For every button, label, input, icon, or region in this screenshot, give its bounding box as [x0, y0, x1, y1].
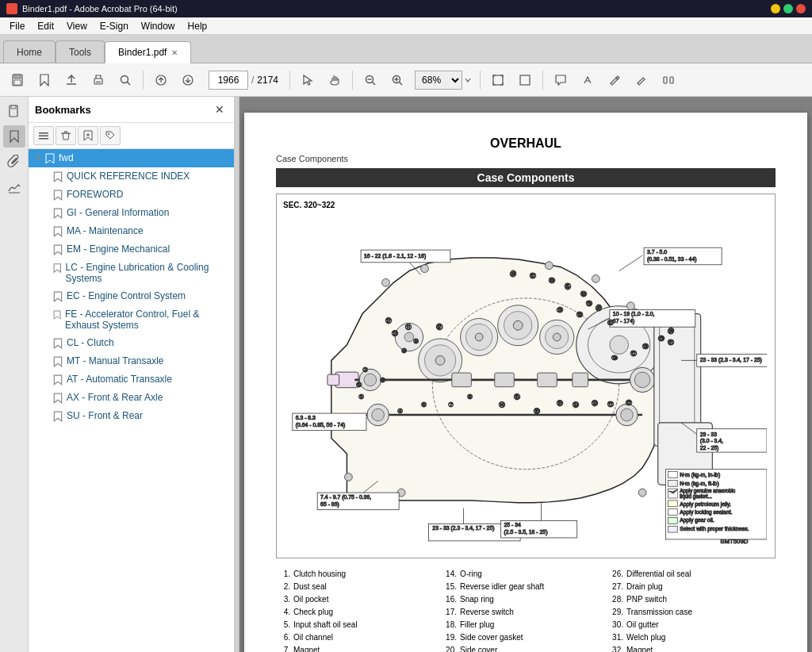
bookmark-fe-label: FE - Accelerator Control, Fuel & Exhaust…: [65, 309, 229, 331]
page-breadcrumb: Case Components: [276, 154, 776, 163]
bookmark-button[interactable]: [32, 67, 57, 93]
svg-rect-169: [668, 480, 677, 486]
svg-marker-40: [54, 264, 60, 272]
tab-close-icon[interactable]: ✕: [171, 48, 178, 57]
find-button[interactable]: [113, 67, 138, 93]
menu-file[interactable]: File: [3, 19, 31, 33]
hand-tool-button[interactable]: [322, 67, 347, 93]
bookmark-gi[interactable]: GI - General Information: [29, 204, 234, 222]
chevron-down-icon: ▼: [33, 152, 43, 162]
bookmark-cl[interactable]: CL - Clutch: [29, 334, 234, 352]
cursor-tool-button[interactable]: [295, 67, 320, 93]
save-button[interactable]: [5, 67, 30, 93]
svg-point-81: [634, 372, 650, 388]
draw-button[interactable]: [602, 67, 627, 93]
svg-text:(3.0 - 3.4,: (3.0 - 3.4,: [700, 438, 723, 444]
svg-rect-1: [14, 75, 21, 79]
menu-edit[interactable]: Edit: [31, 19, 60, 33]
zoom-out-button[interactable]: [358, 67, 383, 93]
page-input[interactable]: [209, 71, 248, 90]
svg-rect-178: [668, 517, 677, 524]
window-title: Binder1.pdf - Adobe Acrobat Pro (64-bit): [22, 4, 178, 13]
minimize-button[interactable]: [771, 4, 780, 13]
bookmark-ax[interactable]: AX - Front & Rear Axle: [29, 389, 234, 407]
signatures-panel-button[interactable]: [3, 176, 25, 198]
svg-text:6.3 - 8.3: 6.3 - 8.3: [296, 415, 316, 420]
zoom-select[interactable]: 68% 50% 75% 100% 125%: [415, 71, 462, 90]
page-separator: /: [251, 75, 254, 86]
next-page-button[interactable]: [175, 67, 201, 93]
svg-text:⑰: ⑰: [436, 324, 443, 331]
sidebar-content[interactable]: ▼ fwd QUICK REFERENCE INDEX FOREWORD GI …: [29, 149, 234, 652]
svg-point-33: [108, 133, 109, 135]
sidebar-close-button[interactable]: ✕: [212, 102, 228, 117]
svg-point-86: [421, 265, 429, 273]
svg-marker-42: [54, 311, 60, 319]
sidebar-options-button[interactable]: [33, 126, 54, 145]
more-tools-button[interactable]: [656, 67, 681, 93]
pages-panel-button[interactable]: [3, 100, 25, 122]
attachments-panel-button[interactable]: [3, 151, 25, 173]
svg-text:23 - 33 (2.3 - 3.4, 17 - 25): 23 - 33 (2.3 - 3.4, 17 - 25): [432, 525, 494, 531]
prev-page-button[interactable]: [148, 67, 174, 93]
highlight-button[interactable]: [575, 67, 600, 93]
svg-text:⑦: ⑦: [448, 401, 454, 408]
bookmark-ma[interactable]: MA - Maintenance: [29, 222, 234, 240]
svg-marker-45: [54, 375, 61, 385]
svg-text:㉔: ㉔: [576, 312, 583, 319]
svg-rect-17: [493, 75, 503, 85]
svg-marker-47: [54, 412, 61, 421]
svg-point-56: [435, 356, 445, 366]
menu-help[interactable]: Help: [182, 19, 214, 33]
svg-text:①: ①: [356, 382, 362, 389]
bookmark-lc[interactable]: LC - Engine Lubrication & Cooling System…: [29, 259, 234, 287]
transmission-diagram: 3.7 - 5.0 (0.38 - 0.51, 33 - 44) 16 - 22…: [285, 202, 767, 550]
tab-tools-label: Tools: [69, 47, 91, 58]
bookmark-fwd[interactable]: ▼ fwd: [29, 149, 234, 167]
bookmark-ec[interactable]: EC - Engine Control System: [29, 287, 234, 305]
sidebar-header: Bookmarks ✕: [29, 97, 234, 123]
bookmark-quick-ref[interactable]: QUICK REFERENCE INDEX: [29, 167, 234, 186]
tab-tools[interactable]: Tools: [56, 40, 105, 63]
bookmark-em[interactable]: EM - Engine Mechanical: [29, 240, 234, 259]
sidebar-add-button[interactable]: [78, 126, 98, 145]
bookmark-at[interactable]: AT - Automatic Transaxle: [29, 370, 234, 389]
tab-binder[interactable]: Binder1.pdf ✕: [105, 41, 191, 63]
fit-page-button[interactable]: [485, 67, 511, 93]
sidebar-delete-button[interactable]: [56, 126, 76, 145]
tab-home[interactable]: Home: [3, 40, 56, 63]
print-button[interactable]: [86, 67, 111, 93]
list-item: 1.Clutch housing: [276, 568, 442, 581]
svg-marker-38: [54, 227, 61, 236]
svg-text:7.4 - 9.7 (0.75 - 0.99,: 7.4 - 9.7 (0.75 - 0.99,: [320, 494, 371, 501]
diagram-container: SEC. 320~322: [276, 194, 776, 558]
bookmark-ma-label: MA - Maintenance: [67, 225, 144, 236]
svg-rect-72: [538, 373, 557, 387]
pdf-viewer[interactable]: OVERHAUL Case Components Case Components…: [239, 97, 812, 652]
menu-view[interactable]: View: [60, 19, 94, 33]
svg-marker-3: [40, 75, 48, 86]
menu-esign[interactable]: E-Sign: [94, 19, 135, 33]
maximize-button[interactable]: [783, 4, 793, 13]
bookmark-foreword[interactable]: FOREWORD: [29, 186, 234, 204]
comment-button[interactable]: [548, 67, 573, 93]
svg-text:87 - 174): 87 - 174): [613, 318, 634, 324]
bookmark-su[interactable]: SU - Front & Rear: [29, 407, 234, 425]
left-strip: [0, 97, 29, 652]
bookmark-icon-13: [52, 411, 63, 422]
bookmark-mt[interactable]: MT - Manual Transaxle: [29, 352, 234, 370]
list-item: 16.Snap ring: [442, 593, 609, 606]
sidebar-tag-button[interactable]: [100, 126, 121, 145]
redact-button[interactable]: [629, 67, 654, 93]
close-button[interactable]: [796, 4, 806, 13]
bookmarks-panel-button[interactable]: [3, 125, 25, 148]
rotate-button[interactable]: [512, 67, 538, 93]
upload-button[interactable]: [59, 67, 84, 93]
svg-marker-35: [54, 172, 61, 182]
svg-text:㉘: ㉘: [642, 343, 649, 351]
menu-window[interactable]: Window: [135, 19, 182, 33]
svg-text:N·m (kg-m, in-lb): N·m (kg-m, in-lb): [680, 472, 720, 478]
title-bar: Binder1.pdf - Adobe Acrobat Pro (64-bit): [0, 0, 812, 17]
zoom-in-button[interactable]: [385, 67, 410, 93]
bookmark-fe[interactable]: FE - Accelerator Control, Fuel & Exhaust…: [29, 305, 234, 334]
